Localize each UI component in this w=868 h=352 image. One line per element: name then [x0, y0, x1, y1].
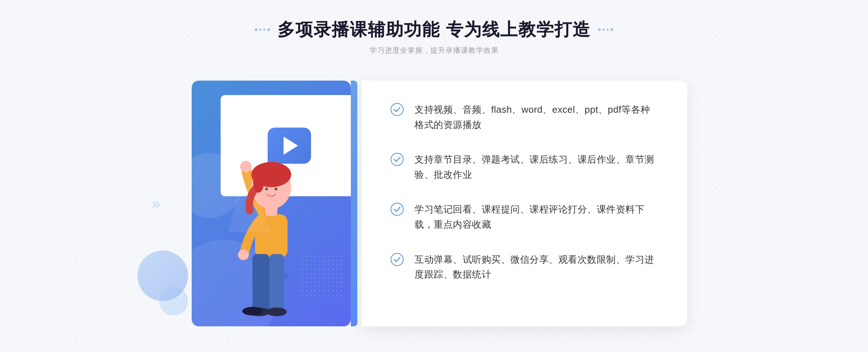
svg-point-14 [267, 308, 287, 316]
svg-point-17 [391, 153, 403, 166]
chevron-left-icon: » [152, 196, 160, 211]
check-icon-4 [391, 253, 404, 266]
check-icon-3 [391, 203, 404, 216]
feature-text-1: 支持视频、音频、flash、word、excel、ppt、pdf等各种格式的资源… [414, 102, 658, 132]
svg-point-15 [242, 307, 263, 315]
svg-rect-11 [269, 254, 284, 312]
subtitle: 学习进度全掌握，提升录播课教学效果 [370, 46, 499, 55]
title-left-dots [255, 28, 270, 31]
feature-item-2: 支持章节目录、弹题考试、课后练习、课后作业、章节测验、批改作业 [391, 152, 658, 182]
check-icon-1 [391, 103, 404, 116]
header-section: 多项录播课辅助功能 专为线上教学打造 学习进度全掌握，提升录播课教学效果 [255, 18, 613, 55]
content-area: » ✦ ✦ [181, 70, 687, 337]
feature-item-3: 学习笔记回看、课程提问、课程评论打分、课件资料下载，重点内容收藏 [391, 202, 658, 232]
feature-item-1: 支持视频、音频、flash、word、excel、ppt、pdf等各种格式的资源… [391, 102, 658, 132]
features-panel: 支持视频、音频、flash、word、excel、ppt、pdf等各种格式的资源… [362, 81, 687, 326]
dot-1 [255, 28, 258, 31]
dot-7 [607, 29, 609, 31]
svg-point-18 [391, 203, 403, 215]
feature-item-4: 互动弹幕、试听购买、微信分享、观看次数限制、学习进度跟踪、数据统计 [391, 252, 658, 282]
page-container: 多项录播课辅助功能 专为线上教学打造 学习进度全掌握，提升录播课教学效果 » [0, 0, 868, 352]
star-2: ✦ [309, 119, 313, 124]
dot-3 [263, 29, 265, 31]
svg-point-3 [238, 249, 249, 260]
left-chevrons: » [152, 196, 160, 212]
dot-8 [610, 28, 613, 31]
dot-4 [267, 28, 270, 31]
character-svg [213, 124, 329, 326]
title-row: 多项录播课辅助功能 专为线上教学打造 [255, 18, 613, 41]
check-icon-2 [391, 153, 404, 166]
svg-point-9 [275, 188, 277, 190]
dot-2 [259, 29, 261, 31]
character-illustration [213, 124, 329, 326]
feature-text-3: 学习笔记回看、课程提问、课程评论打分、课件资料下载，重点内容收藏 [414, 202, 658, 232]
svg-rect-12 [252, 254, 267, 312]
connector-stripe [351, 81, 357, 326]
main-title: 多项录播课辅助功能 专为线上教学打造 [277, 18, 590, 41]
dot-6 [603, 29, 605, 31]
title-right-dots [598, 28, 613, 31]
svg-point-8 [265, 188, 268, 190]
feature-text-4: 互动弹幕、试听购买、微信分享、观看次数限制、学习进度跟踪、数据统计 [414, 252, 658, 282]
svg-point-16 [391, 103, 403, 116]
feature-text-2: 支持章节目录、弹题考试、课后练习、课后作业、章节测验、批改作业 [414, 152, 658, 182]
blue-card: ✦ ✦ [192, 81, 351, 326]
illustration-area: ✦ ✦ [181, 70, 362, 337]
dot-5 [598, 28, 601, 31]
svg-point-19 [391, 253, 403, 266]
